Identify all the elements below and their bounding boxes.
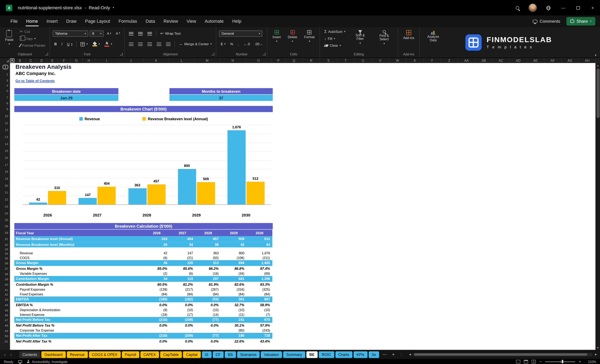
menu-tab-data[interactable]: Data [141, 16, 159, 27]
cell-value[interactable]: 86.2% [195, 267, 221, 271]
cell-value[interactable]: 0.0% [169, 339, 195, 343]
row-header-31[interactable]: 31 [0, 236, 10, 242]
row-header-25[interactable]: 25 [0, 217, 10, 223]
cell-value[interactable]: - [195, 328, 221, 332]
cell-value[interactable]: (211) [247, 256, 272, 260]
sheet-tab-scenarios[interactable]: Scenarios [237, 351, 260, 358]
row-header-15[interactable]: 15 [0, 147, 10, 154]
row-header-7[interactable]: 7 [0, 94, 10, 101]
cell-value[interactable]: 241 [221, 318, 247, 322]
cell-value[interactable]: 43.4% [247, 339, 272, 343]
row-header-49[interactable]: 49 [0, 328, 10, 333]
column-header-AC[interactable]: AC [492, 58, 510, 63]
cell-value[interactable]: 42 [221, 243, 247, 247]
cell-value[interactable]: 297 [195, 277, 221, 281]
menu-tab-help[interactable]: Help [228, 16, 246, 27]
copy-button[interactable]: Copy▾ [18, 36, 47, 41]
column-header-AH[interactable]: AH [579, 58, 596, 63]
column-header-C[interactable]: C [25, 58, 36, 63]
row-header-45[interactable]: 45 [0, 308, 10, 313]
cell-value[interactable]: (14) [195, 313, 221, 317]
cell-value[interactable]: (84) [169, 292, 195, 296]
cell-value[interactable]: 509 [221, 237, 247, 241]
italic-button[interactable]: I [60, 41, 64, 47]
row-header-48[interactable]: 48 [0, 323, 10, 328]
cell-value[interactable]: 30.1% [221, 324, 247, 328]
column-header-N[interactable]: N [220, 58, 246, 63]
row-header-46[interactable]: 46 [0, 313, 10, 317]
row-header-29[interactable]: 29 [0, 229, 10, 236]
cell-value[interactable]: 32.7% [221, 303, 247, 307]
collapse-ribbon-chevron-icon[interactable]: ▾ [595, 53, 597, 57]
cell-value[interactable]: (182) [169, 297, 195, 301]
row-header-8[interactable]: 8 [0, 101, 10, 106]
find-select-button[interactable]: Find & Select▾ [373, 29, 395, 51]
row-header-1[interactable]: 1 [0, 63, 10, 71]
row-label[interactable]: Gross Margin % [14, 267, 144, 271]
row-header-43[interactable]: 43 [0, 297, 10, 302]
menu-tab-view[interactable]: View [182, 16, 200, 27]
cell-value[interactable]: (10) [169, 308, 195, 312]
row-header-12[interactable]: 12 [0, 127, 10, 133]
column-header-AE[interactable]: AE [527, 58, 544, 63]
cell-value[interactable]: 0.0% [169, 324, 195, 328]
alignment-dialog-launcher[interactable] [212, 53, 214, 55]
menu-tab-page-layout[interactable]: Page Layout [81, 16, 114, 27]
row-label[interactable]: Corporate Tax Expense [14, 328, 144, 332]
column-header-R[interactable]: R [303, 58, 320, 63]
row-header-5[interactable]: 5 [0, 88, 10, 94]
scroll-left-icon[interactable]: ◄ [408, 352, 412, 356]
cell-value[interactable]: 42 [144, 251, 169, 255]
cell-value[interactable]: (21) [169, 256, 195, 260]
sheet-tab-cf[interactable]: CF [213, 351, 224, 358]
row-header-35[interactable]: 35 [0, 256, 10, 261]
cell-value[interactable]: (10) [195, 308, 221, 312]
row-header-38[interactable]: 38 [0, 272, 10, 276]
cell-value[interactable]: 43 [247, 243, 272, 247]
row-label[interactable]: Fixed Expenses [14, 292, 144, 296]
months-to-breakeven-value[interactable]: 37 [169, 95, 273, 101]
minimize-button[interactable]: — [556, 0, 571, 16]
column-header-AF[interactable]: AF [544, 58, 561, 63]
cell-value[interactable]: (217) [169, 288, 195, 291]
cell-value[interactable]: (84) [221, 292, 247, 296]
row-header-40[interactable]: 40 [0, 282, 10, 288]
cell-value[interactable]: 457 [195, 237, 221, 241]
cell-value[interactable]: 87.4% [247, 267, 272, 271]
cell-value[interactable]: 119 [169, 277, 195, 281]
row-label[interactable]: Interest Expense [14, 313, 144, 317]
row-header-16[interactable]: 16 [0, 154, 10, 161]
restore-button[interactable] [571, 0, 585, 16]
cell-value[interactable]: 180 [221, 334, 247, 337]
font-size-select[interactable]: 8▾ [90, 31, 104, 37]
row-header-11[interactable]: 11 [0, 119, 10, 127]
cell-value[interactable]: 81.9% [195, 282, 221, 286]
row-label[interactable]: Net Profit Before Tax % [14, 324, 144, 328]
decrease-font-size-button[interactable]: A▾ [114, 31, 122, 36]
row-header-2[interactable]: 2 [0, 71, 10, 78]
row-header-33[interactable]: 33 [0, 248, 10, 251]
cell-value[interactable]: (84) [247, 292, 272, 296]
fill-button[interactable]: ↓Fill▾ [323, 36, 347, 41]
cell-value[interactable]: 85.0% [144, 267, 169, 271]
title-chevron-down-icon[interactable]: ▾ [113, 6, 114, 9]
toc-link[interactable]: Go to Table of Contents [16, 79, 55, 83]
comments-button[interactable]: Comments [533, 19, 560, 24]
sheet-tab-capital[interactable]: Capital [183, 351, 201, 358]
increase-font-size-button[interactable]: A▴ [105, 31, 113, 36]
cell-value[interactable]: 1,676 [247, 251, 272, 255]
row-header-21[interactable]: 21 [0, 189, 10, 196]
row-label[interactable]: Contribution Margin % [14, 282, 144, 286]
cell-value[interactable]: 82.6% [221, 282, 247, 286]
account-button[interactable] [525, 0, 540, 16]
cell-value[interactable]: 83.3% [247, 282, 272, 286]
cell-value[interactable]: - [144, 328, 169, 332]
cell-value[interactable]: 147 [169, 251, 195, 255]
sheet-tab-contents[interactable]: Contents [19, 351, 40, 358]
cell-value[interactable]: 81.2% [169, 282, 195, 286]
row-label[interactable]: Revenue [14, 251, 144, 255]
row-header-18[interactable]: 18 [0, 168, 10, 175]
row-header-41[interactable]: 41 [0, 288, 10, 292]
scroll-down-icon[interactable]: ▼ [597, 345, 599, 350]
decrease-indent-button[interactable] [155, 42, 163, 46]
